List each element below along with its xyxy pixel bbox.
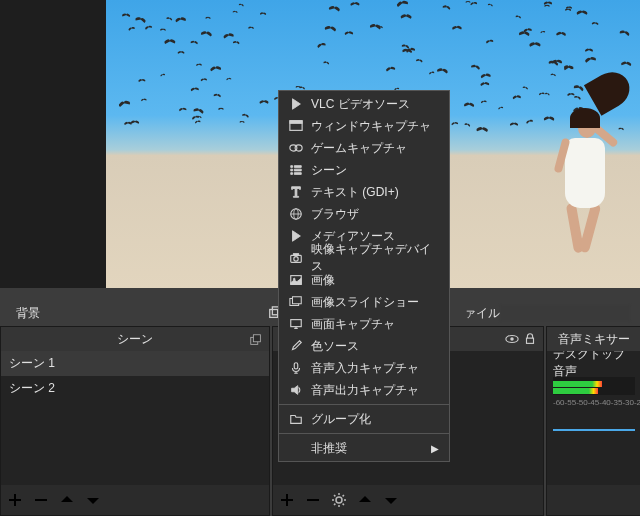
menu-item-ブラウザ[interactable]: ブラウザ <box>279 203 449 225</box>
submenu-arrow-icon: ▶ <box>431 443 439 454</box>
menu-item-label: テキスト (GDI+) <box>311 184 399 201</box>
svg-point-14 <box>295 145 302 151</box>
svg-rect-4 <box>35 499 47 501</box>
source-down-button[interactable] <box>383 492 399 508</box>
monitor-icon <box>287 317 305 331</box>
play-icon <box>287 229 305 243</box>
menu-item-label: VLC ビデオソース <box>311 96 410 113</box>
audio-meter: -60-55-50-45-40-35-30-25-20 <box>553 377 635 395</box>
svg-point-10 <box>336 497 342 503</box>
mixer-track-label: デスクトップ音声 <box>547 351 640 375</box>
brush-icon <box>287 339 305 353</box>
menu-item-画面キャプチャ[interactable]: 画面キャプチャ <box>279 313 449 335</box>
svg-rect-12 <box>290 121 302 124</box>
menu-item-非推奨[interactable]: 非推奨▶ <box>279 437 449 459</box>
source-up-button[interactable] <box>357 492 373 508</box>
svg-point-18 <box>294 257 298 261</box>
window-icon <box>287 119 305 133</box>
gamepad-icon <box>287 141 305 155</box>
menu-item-ウィンドウキャプチャ[interactable]: ウィンドウキャプチャ <box>279 115 449 137</box>
play-icon <box>287 97 305 111</box>
menu-item-label: 非推奨 <box>311 440 347 457</box>
scenes-list[interactable]: シーン 1シーン 2 <box>1 351 269 485</box>
speaker-icon <box>287 383 305 397</box>
menu-item-label: ウィンドウキャプチャ <box>311 118 431 135</box>
scenes-panel: シーン シーン 1シーン 2 <box>0 326 270 516</box>
menu-item-画像スライドショー[interactable]: 画像スライドショー <box>279 291 449 313</box>
menu-item-label: ゲームキャプチャ <box>311 140 407 157</box>
menu-item-音声入力キャプチャ[interactable]: 音声入力キャプチャ <box>279 357 449 379</box>
sources-toolbar <box>273 485 543 515</box>
menu-item-シーン[interactable]: シーン <box>279 159 449 181</box>
menu-item-label: 音声出力キャプチャ <box>311 382 419 399</box>
globe-icon <box>287 207 305 221</box>
source-settings-button[interactable] <box>331 492 347 508</box>
mixer-title: 音声ミキサー <box>558 331 630 348</box>
lock-icon[interactable] <box>523 332 537 346</box>
audio-mixer-panel: 音声ミキサー デスクトップ音声 -60-55-50-45-40-35-30-25… <box>546 326 640 516</box>
menu-item-label: グループ化 <box>311 411 371 428</box>
menu-item-グループ化[interactable]: グループ化 <box>279 408 449 430</box>
menu-item-label: 映像キャプチャデバイス <box>311 241 439 275</box>
remove-scene-button[interactable] <box>33 492 49 508</box>
scene-up-button[interactable] <box>59 492 75 508</box>
folder-icon <box>287 412 305 426</box>
svg-rect-9 <box>307 499 319 501</box>
menu-item-label: 画像 <box>311 272 335 289</box>
preview-person <box>550 88 620 258</box>
menu-item-label: 画面キャプチャ <box>311 316 395 333</box>
scenes-header: シーン <box>1 327 269 351</box>
svg-point-7 <box>510 337 514 341</box>
scene-item[interactable]: シーン 2 <box>1 376 269 401</box>
blurred-region <box>500 305 630 321</box>
slides-icon <box>287 295 305 309</box>
mixer-body: デスクトップ音声 -60-55-50-45-40-35-30-25-20 <box>547 351 640 485</box>
menu-item-label: 画像スライドショー <box>311 294 419 311</box>
volume-slider[interactable] <box>553 429 635 431</box>
visibility-icon[interactable] <box>505 332 519 346</box>
menu-separator <box>279 404 449 405</box>
undock-icon[interactable] <box>249 333 263 347</box>
svg-rect-23 <box>293 297 302 304</box>
menu-separator <box>279 433 449 434</box>
menu-item-label: 音声入力キャプチャ <box>311 360 419 377</box>
mic-icon <box>287 361 305 375</box>
add-source-menu: VLC ビデオソースウィンドウキャプチャゲームキャプチャシーンテキスト (GDI… <box>278 90 450 462</box>
svg-rect-8 <box>527 338 534 343</box>
text-icon <box>287 185 305 199</box>
menu-item-vlcビデオソース[interactable]: VLC ビデオソース <box>279 93 449 115</box>
menu-item-音声出力キャプチャ[interactable]: 音声出力キャプチャ <box>279 379 449 401</box>
remove-source-button[interactable] <box>305 492 321 508</box>
scenes-toolbar <box>1 485 269 515</box>
menu-item-テキスト(gdi+)[interactable]: テキスト (GDI+) <box>279 181 449 203</box>
image-icon <box>287 273 305 287</box>
add-source-button[interactable] <box>279 492 295 508</box>
menu-item-色ソース[interactable]: 色ソース <box>279 335 449 357</box>
list-icon <box>287 163 305 177</box>
menu-item-映像キャプチャデバイス[interactable]: 映像キャプチャデバイス <box>279 247 449 269</box>
mixer-toolbar <box>547 485 640 515</box>
svg-rect-19 <box>293 254 298 256</box>
menu-item-ゲームキャプチャ[interactable]: ゲームキャプチャ <box>279 137 449 159</box>
scenes-title: シーン <box>117 331 153 348</box>
svg-rect-3 <box>253 335 260 342</box>
scene-item[interactable]: シーン 1 <box>1 351 269 376</box>
menu-item-label: シーン <box>311 162 347 179</box>
add-scene-button[interactable] <box>7 492 23 508</box>
svg-rect-24 <box>291 320 302 327</box>
svg-rect-25 <box>294 363 298 369</box>
menu-item-label: ブラウザ <box>311 206 359 223</box>
mixer-header: 音声ミキサー <box>547 327 640 351</box>
scene-down-button[interactable] <box>85 492 101 508</box>
camera-icon <box>287 251 305 265</box>
dock-tab-bg[interactable]: 背景 <box>8 301 48 326</box>
svg-rect-0 <box>270 310 278 318</box>
menu-item-label: 色ソース <box>311 338 359 355</box>
